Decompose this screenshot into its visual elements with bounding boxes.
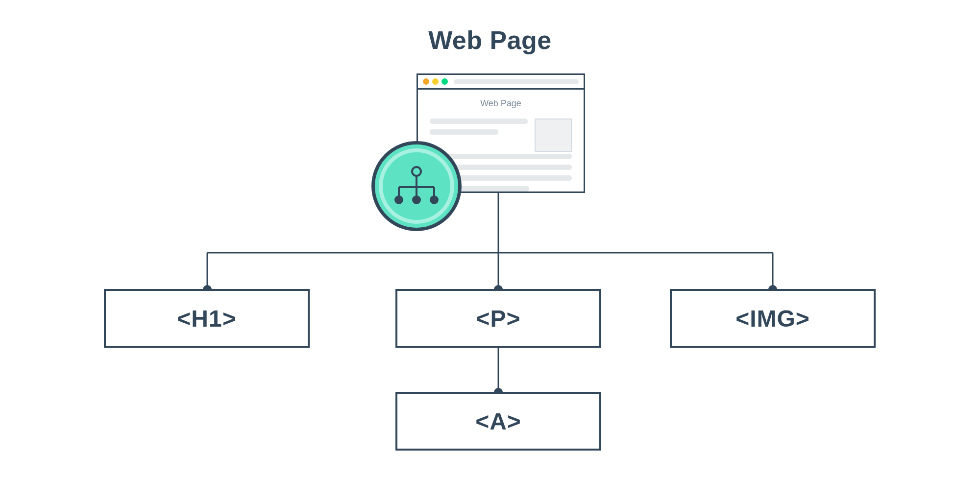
diagram-title: Web Page xyxy=(428,25,552,55)
url-bar xyxy=(454,79,579,84)
text-lines-placeholder xyxy=(430,119,528,152)
node-p: <P> xyxy=(395,289,601,348)
svg-point-6 xyxy=(412,167,421,176)
svg-point-14 xyxy=(430,195,439,204)
svg-point-13 xyxy=(412,195,421,204)
traffic-light-close-icon xyxy=(423,78,429,85)
node-h1: <H1> xyxy=(104,289,310,348)
image-placeholder xyxy=(535,119,572,152)
node-a: <A> xyxy=(395,392,601,451)
traffic-light-minimize-icon xyxy=(432,78,439,85)
browser-page-label: Web Page xyxy=(430,98,572,109)
tree-icon xyxy=(393,166,440,207)
node-img: <IMG> xyxy=(670,289,876,348)
traffic-light-zoom-icon xyxy=(441,78,448,85)
dom-tree-badge xyxy=(371,141,462,231)
browser-titlebar xyxy=(418,75,584,90)
svg-point-12 xyxy=(394,195,403,204)
